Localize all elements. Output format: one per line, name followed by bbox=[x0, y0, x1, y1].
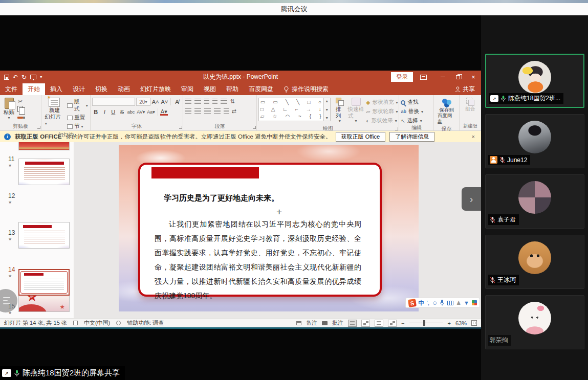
tab-slideshow[interactable]: 幻灯片放映 bbox=[135, 83, 176, 95]
align-right-icon[interactable] bbox=[204, 108, 211, 114]
ribbon-display-options-icon[interactable] bbox=[420, 75, 427, 80]
normal-view-button[interactable] bbox=[348, 320, 357, 327]
copy-icon[interactable] bbox=[17, 106, 23, 112]
tab-insert[interactable]: 插入 bbox=[45, 83, 68, 95]
decrease-font-icon[interactable]: A˅ bbox=[161, 99, 169, 105]
ime-punctuation-icon[interactable]: ’, bbox=[427, 300, 430, 306]
comments-toggle[interactable]: 批注 bbox=[332, 319, 343, 327]
shape-effects-button[interactable]: ◐形状效果▾ bbox=[366, 117, 398, 124]
columns-icon[interactable] bbox=[224, 108, 229, 114]
zoom-level[interactable]: 63% bbox=[455, 320, 467, 326]
zoom-slider-thumb[interactable] bbox=[423, 320, 425, 326]
paste-button[interactable]: 粘贴 ▾ bbox=[2, 97, 16, 121]
numbering-icon[interactable] bbox=[194, 99, 201, 104]
sogou-ime-toolbar[interactable]: S 中 ’, ☺ ♟ ▼ bbox=[405, 298, 481, 308]
sogou-logo-icon[interactable]: S bbox=[408, 299, 417, 307]
zoom-out-icon[interactable]: − bbox=[401, 320, 404, 326]
ime-tools-icon[interactable]: ♟ bbox=[456, 300, 461, 306]
font-dialog-launcher-icon[interactable] bbox=[179, 126, 182, 129]
zoom-slider[interactable] bbox=[409, 323, 443, 323]
tab-design[interactable]: 设计 bbox=[68, 83, 90, 95]
text-shadow-button[interactable]: abc bbox=[127, 109, 136, 115]
cut-button[interactable]: ✂ bbox=[17, 98, 23, 104]
thumbnail-slide-12[interactable] bbox=[18, 222, 70, 249]
slide-sorter-view-button[interactable] bbox=[361, 320, 370, 327]
next-panel-arrow-button[interactable]: › bbox=[462, 187, 481, 211]
increase-indent-icon[interactable] bbox=[212, 99, 217, 104]
increase-font-icon[interactable]: A˄ bbox=[151, 99, 160, 105]
italic-button[interactable]: I bbox=[101, 109, 108, 115]
paragraph-dialog-launcher-icon[interactable] bbox=[253, 126, 256, 129]
line-spacing-icon[interactable] bbox=[221, 99, 227, 104]
group-shapes-button[interactable]: 组合 bbox=[463, 97, 477, 113]
drawing-dialog-launcher-icon[interactable] bbox=[395, 127, 398, 130]
ime-voice-icon[interactable] bbox=[440, 300, 444, 306]
restore-button[interactable] bbox=[450, 71, 466, 83]
font-size-select[interactable]: 20 ▾ bbox=[136, 98, 150, 106]
text-direction-icon[interactable]: ⇅ bbox=[230, 98, 235, 104]
find-button[interactable]: 查找 bbox=[401, 99, 423, 106]
new-slide-button[interactable]: 新建 幻灯片 ▾ bbox=[43, 97, 66, 127]
tab-file[interactable]: 文件 bbox=[0, 83, 23, 95]
warning-close-icon[interactable]: × bbox=[472, 133, 477, 140]
zoom-in-icon[interactable]: + bbox=[448, 320, 451, 326]
get-genuine-office-button[interactable]: 获取正版 Office bbox=[336, 132, 386, 142]
participant-tile[interactable]: ↗ 陈燕纯18国贸2班... bbox=[485, 54, 584, 108]
participant-tile[interactable]: 袁子君 bbox=[485, 174, 584, 229]
learn-more-button[interactable]: 了解详细信息 bbox=[389, 132, 434, 142]
align-left-icon[interactable] bbox=[185, 108, 191, 114]
slide-14[interactable]: 学习历史是为了更好地走向未来。 让我们更加紧密地团结在以习近平同志为核心的党中央… bbox=[119, 145, 419, 311]
tab-view[interactable]: 视图 bbox=[199, 83, 221, 95]
collapse-ribbon-icon[interactable]: ⌃ bbox=[474, 124, 478, 129]
ime-emoji-icon[interactable]: ☺ bbox=[432, 300, 438, 306]
bold-button[interactable]: B bbox=[92, 109, 100, 115]
font-name-select[interactable] bbox=[92, 98, 135, 106]
strikethrough-button[interactable]: S bbox=[118, 109, 126, 115]
ime-keyboard-icon[interactable] bbox=[447, 301, 453, 305]
bullets-icon[interactable] bbox=[185, 99, 191, 104]
justify-icon[interactable] bbox=[214, 108, 221, 114]
redo-icon[interactable]: ↻ bbox=[21, 74, 27, 80]
tab-review[interactable]: 审阅 bbox=[176, 83, 199, 95]
layout-button[interactable]: 版式▾ bbox=[67, 98, 88, 113]
replace-button[interactable]: ab替换▾ bbox=[401, 108, 423, 115]
slide-text-card[interactable]: 学习历史是为了更好地走向未来。 让我们更加紧密地团结在以习近平同志为核心的党中央… bbox=[138, 163, 382, 297]
qat-customize-icon[interactable]: ▾ bbox=[40, 75, 42, 79]
thumbnail-slide-11[interactable] bbox=[18, 159, 70, 185]
shapes-scroll-arrows[interactable]: ▲▼▼ bbox=[324, 98, 331, 121]
save-to-netdisk-button[interactable]: 保存到 百度网盘 bbox=[435, 97, 458, 125]
participant-tile[interactable]: June12 bbox=[485, 114, 584, 168]
tab-baidu-netdisk[interactable]: 百度网盘 bbox=[244, 83, 278, 95]
language-indicator[interactable]: 中文(中国) bbox=[84, 319, 110, 327]
slide-body-text[interactable]: 让我们更加紧密地团结在以习近平同志为核心的党中央周围，高标准高质量开展好党史学习… bbox=[155, 217, 361, 303]
login-button[interactable]: 登录 bbox=[391, 72, 413, 82]
close-button[interactable]: × bbox=[466, 71, 481, 83]
change-case-button[interactable]: Aa▾ bbox=[146, 109, 156, 115]
format-painter-icon[interactable] bbox=[17, 117, 23, 119]
tab-transitions[interactable]: 切换 bbox=[90, 83, 113, 95]
ime-skin-icon[interactable]: ▼ bbox=[464, 300, 469, 306]
reset-button[interactable]: 重置 bbox=[67, 114, 88, 121]
participant-tile[interactable]: 郭荣绚 bbox=[485, 295, 584, 349]
select-button[interactable]: ↖选择▾ bbox=[401, 117, 423, 124]
minimize-button[interactable] bbox=[435, 71, 450, 83]
shapes-gallery[interactable]: ▭▭╲╲□○ □△∟⌐→↓ ▱☆◠~{} bbox=[258, 98, 324, 121]
arrange-button[interactable]: 排列▾ bbox=[334, 97, 346, 125]
participant-tile[interactable]: 王冰珂 bbox=[485, 235, 584, 289]
clear-formatting-icon[interactable]: A̸ bbox=[173, 99, 181, 105]
notes-toggle[interactable]: 备注 bbox=[306, 319, 317, 327]
thumbnail-slide-10-partial[interactable] bbox=[18, 142, 70, 150]
shape-outline-button[interactable]: ▱形状轮廓▾ bbox=[366, 108, 398, 115]
thumbnail-slide-14-selected[interactable] bbox=[18, 269, 70, 296]
save-icon[interactable] bbox=[4, 75, 9, 80]
start-slideshow-icon[interactable] bbox=[30, 75, 36, 79]
undo-icon[interactable]: ↶ bbox=[13, 74, 18, 80]
font-color-button[interactable]: A▾ bbox=[160, 109, 168, 116]
quick-styles-button[interactable]: 快速样式▾ bbox=[346, 97, 366, 125]
slide-editing-canvas[interactable]: 学习历史是为了更好地走向未来。 让我们更加紧密地团结在以习近平同志为核心的党中央… bbox=[74, 142, 481, 318]
underline-button[interactable]: U bbox=[110, 109, 117, 115]
slide-heading[interactable]: 学习历史是为了更好地走向未来。 bbox=[164, 193, 279, 203]
fit-slide-icon[interactable] bbox=[471, 320, 477, 326]
ime-grid-icon[interactable] bbox=[472, 300, 477, 305]
character-spacing-button[interactable]: AV▾ bbox=[136, 109, 145, 115]
